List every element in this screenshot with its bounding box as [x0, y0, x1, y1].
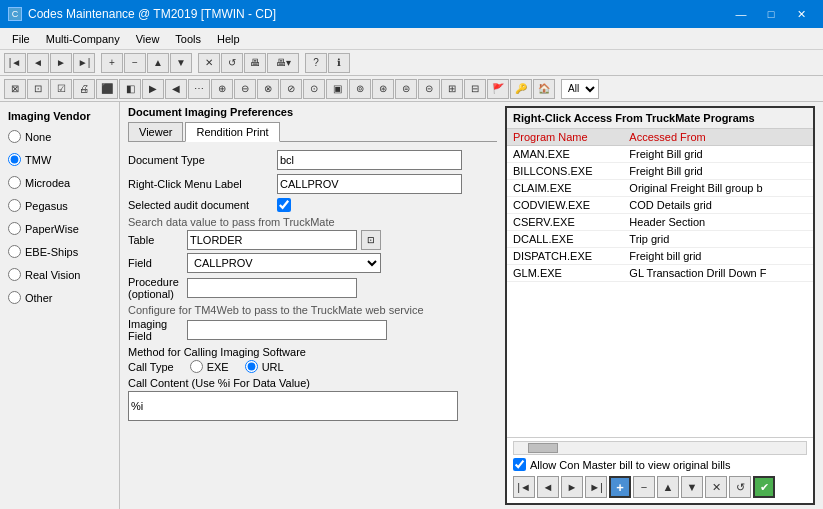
tb-up[interactable]: ▲ [147, 53, 169, 73]
tb2-btn16[interactable]: ⊚ [349, 79, 371, 99]
nav-prev[interactable]: ◄ [537, 476, 559, 498]
tb2-btn14[interactable]: ⊙ [303, 79, 325, 99]
menu-help[interactable]: Help [209, 31, 248, 47]
tb2-btn24[interactable]: 🏠 [533, 79, 555, 99]
tb2-btn11[interactable]: ⊖ [234, 79, 256, 99]
tb2-btn20[interactable]: ⊞ [441, 79, 463, 99]
vendor-microdea-radio[interactable] [8, 176, 21, 189]
tb2-btn5[interactable]: ⬛ [96, 79, 118, 99]
tb-print1[interactable]: 🖶 [244, 53, 266, 73]
tb2-btn1[interactable]: ⊠ [4, 79, 26, 99]
table-row[interactable]: CSERV.EXEHeader Section [507, 214, 813, 231]
nav-refresh[interactable]: ↺ [729, 476, 751, 498]
vendor-pegasus-radio[interactable] [8, 199, 21, 212]
table-input[interactable] [187, 230, 357, 250]
table-row[interactable]: GLM.EXEGL Transaction Drill Down F [507, 265, 813, 282]
audit-doc-checkbox[interactable] [277, 198, 291, 212]
menu-file[interactable]: File [4, 31, 38, 47]
tb2-btn15[interactable]: ▣ [326, 79, 348, 99]
right-click-input[interactable] [277, 174, 462, 194]
tb2-btn8[interactable]: ◀ [165, 79, 187, 99]
vendor-real-vision-radio[interactable] [8, 268, 21, 281]
vendor-tmw-radio[interactable] [8, 153, 21, 166]
nav-next[interactable]: ► [561, 476, 583, 498]
tb-info[interactable]: ℹ [328, 53, 350, 73]
close-button[interactable]: ✕ [787, 4, 815, 24]
tb2-btn4[interactable]: 🖨 [73, 79, 95, 99]
tb2-btn9[interactable]: ⋯ [188, 79, 210, 99]
vendor-ebe-ships[interactable]: EBE-Ships [8, 245, 111, 258]
vendor-ebe-ships-radio[interactable] [8, 245, 21, 258]
scrollbar-thumb[interactable] [528, 443, 558, 453]
call-type-url[interactable]: URL [245, 360, 284, 373]
tb2-btn22[interactable]: 🚩 [487, 79, 509, 99]
table-row[interactable]: AMAN.EXEFreight Bill grid [507, 146, 813, 163]
vendor-tmw[interactable]: TMW [8, 153, 111, 166]
nav-confirm[interactable]: ✔ [753, 476, 775, 498]
procedure-input[interactable] [187, 278, 357, 298]
call-type-url-radio[interactable] [245, 360, 258, 373]
tb-add[interactable]: + [101, 53, 123, 73]
vendor-none[interactable]: None [8, 130, 111, 143]
nav-minus[interactable]: − [633, 476, 655, 498]
tb-print2[interactable]: 🖶▾ [267, 53, 299, 73]
tb2-btn19[interactable]: ⊝ [418, 79, 440, 99]
tb2-btn18[interactable]: ⊜ [395, 79, 417, 99]
nav-down[interactable]: ▼ [681, 476, 703, 498]
nav-add[interactable]: + [609, 476, 631, 498]
nav-last[interactable]: ►| [585, 476, 607, 498]
tb-down[interactable]: ▼ [170, 53, 192, 73]
minimize-button[interactable]: — [727, 4, 755, 24]
tb2-btn3[interactable]: ☑ [50, 79, 72, 99]
tb-next[interactable]: ► [50, 53, 72, 73]
vendor-other[interactable]: Other [8, 291, 111, 304]
imaging-field-input[interactable] [187, 320, 387, 340]
tb-help1[interactable]: ? [305, 53, 327, 73]
maximize-button[interactable]: □ [757, 4, 785, 24]
tb-prev[interactable]: ◄ [27, 53, 49, 73]
table-row[interactable]: CODVIEW.EXECOD Details grid [507, 197, 813, 214]
field-select[interactable]: CALLPROV [187, 253, 381, 273]
tb2-btn13[interactable]: ⊘ [280, 79, 302, 99]
nav-up[interactable]: ▲ [657, 476, 679, 498]
nav-cancel[interactable]: ✕ [705, 476, 727, 498]
tb-cancel[interactable]: ✕ [198, 53, 220, 73]
scrollbar-area[interactable] [513, 441, 807, 455]
tb2-btn23[interactable]: 🔑 [510, 79, 532, 99]
vendor-pegasus[interactable]: Pegasus [8, 199, 111, 212]
tb-last[interactable]: ►| [73, 53, 95, 73]
call-type-exe[interactable]: EXE [190, 360, 229, 373]
table-row[interactable]: DCALL.EXETrip grid [507, 231, 813, 248]
tb-refresh[interactable]: ↺ [221, 53, 243, 73]
table-row[interactable]: CLAIM.EXEOriginal Freight Bill group b [507, 180, 813, 197]
tab-viewer[interactable]: Viewer [128, 122, 183, 141]
tb2-btn10[interactable]: ⊕ [211, 79, 233, 99]
tb-first[interactable]: |◄ [4, 53, 26, 73]
table-row[interactable]: DISPATCH.EXEFreight bill grid [507, 248, 813, 265]
vendor-microdea[interactable]: Microdea [8, 176, 111, 189]
table-browse-button[interactable]: ⊡ [361, 230, 381, 250]
tb2-btn6[interactable]: ◧ [119, 79, 141, 99]
allow-checkbox[interactable] [513, 458, 526, 471]
vendor-paperwise-radio[interactable] [8, 222, 21, 235]
tb2-btn17[interactable]: ⊛ [372, 79, 394, 99]
call-type-exe-radio[interactable] [190, 360, 203, 373]
nav-first[interactable]: |◄ [513, 476, 535, 498]
menu-multi-company[interactable]: Multi-Company [38, 31, 128, 47]
tb2-btn12[interactable]: ⊗ [257, 79, 279, 99]
vendor-paperwise[interactable]: PaperWise [8, 222, 111, 235]
call-content-input[interactable] [128, 391, 458, 421]
vendor-real-vision[interactable]: Real Vision [8, 268, 111, 281]
tb2-btn2[interactable]: ⊡ [27, 79, 49, 99]
vendor-none-radio[interactable] [8, 130, 21, 143]
menu-tools[interactable]: Tools [167, 31, 209, 47]
tab-rendition-print[interactable]: Rendition Print [185, 122, 279, 142]
vendor-other-radio[interactable] [8, 291, 21, 304]
tb2-btn21[interactable]: ⊟ [464, 79, 486, 99]
doc-type-input[interactable] [277, 150, 462, 170]
menu-view[interactable]: View [128, 31, 168, 47]
table-row[interactable]: BILLCONS.EXEFreight Bill grid [507, 163, 813, 180]
tb2-btn7[interactable]: ▶ [142, 79, 164, 99]
tb-remove[interactable]: − [124, 53, 146, 73]
tb2-dropdown[interactable]: All [561, 79, 599, 99]
